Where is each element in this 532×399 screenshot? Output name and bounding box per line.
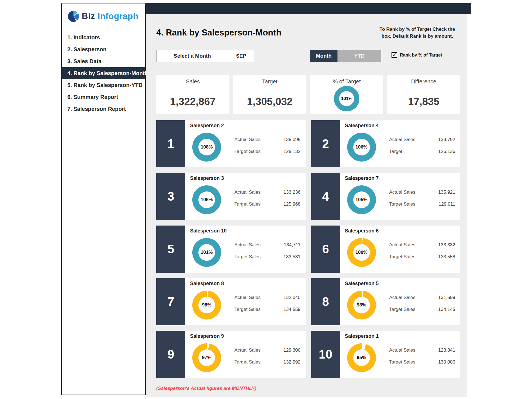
- toggle-month-button[interactable]: Month: [310, 50, 337, 62]
- target-sales-label: Target Sales: [389, 254, 416, 260]
- target-sales-row: Target Sales 134,559: [234, 303, 301, 315]
- actual-sales-value: 133,332: [438, 242, 455, 248]
- rank-card-3: 3 Salesperson 3 106% Actual Sales 133,23…: [156, 173, 306, 220]
- target-sales-label: Target Sales: [389, 307, 416, 312]
- actual-sales-label: Actual Sales: [389, 295, 416, 300]
- sidebar-item-sales-data[interactable]: 3. Sales Data: [62, 55, 145, 67]
- month-selector[interactable]: Select a Month SEP: [156, 50, 254, 62]
- target-sales-label: Target Sales: [234, 201, 261, 207]
- rank-card-body: Salesperson 8 98% Actual Sales 132,040 T…: [185, 278, 306, 325]
- donut-value-label: 101%: [201, 250, 213, 255]
- sidebar-item-indicators[interactable]: 1. Indicators: [62, 32, 145, 44]
- sidebar-item-salesperson-report[interactable]: 7. Salesperson Report: [62, 103, 145, 115]
- actual-sales-row: Actual Sales 123,841: [389, 344, 456, 356]
- rank-help-note-line1: To Rank by % of Target Check the: [376, 26, 459, 33]
- content-panel: 4. Rank by Salesperson-Month To Rank by …: [146, 14, 467, 397]
- actual-sales-row: Actual Sales 131,599: [389, 291, 456, 303]
- target-sales-row: Target Sales 125,132: [234, 145, 301, 157]
- actual-sales-value: 134,711: [284, 242, 300, 248]
- donut-value-label: 98%: [202, 302, 211, 308]
- rank-card-10: 10 Salesperson 1 95% Actual Sales 123,84…: [311, 331, 461, 378]
- target-sales-label: Target Sales: [389, 359, 416, 365]
- donut-value-label: 98%: [357, 302, 366, 308]
- pct-of-target-donut: 98%: [192, 291, 221, 319]
- pct-of-target-donut: 100%: [347, 238, 376, 267]
- pct-of-target-donut: 106%: [347, 133, 376, 162]
- target-sales-label: Target Sales: [234, 359, 261, 365]
- rank-card-7: 7 Salesperson 8 98% Actual Sales 132,040: [156, 278, 306, 325]
- salesperson-name: Salesperson 5: [345, 281, 379, 287]
- donut-value-label: 100%: [355, 250, 367, 255]
- target-sales-value: 126,136: [438, 149, 455, 154]
- rank-card-body: Salesperson 6 100% Actual Sales 133,332 …: [340, 226, 461, 273]
- salesperson-name: Salesperson 6: [345, 228, 379, 234]
- pct-of-target-donut: 95%: [347, 343, 376, 372]
- donut-value-label: 97%: [202, 355, 211, 360]
- actual-sales-row: Actual Sales 135,921: [389, 186, 456, 198]
- pct-of-target-donut: 106%: [192, 185, 221, 214]
- target-sales-label: Target Sales: [234, 149, 261, 154]
- main-area: 4. Rank by Salesperson-Month To Rank by …: [146, 3, 471, 397]
- donut-value-label: 108%: [201, 144, 213, 150]
- target-sales-row: Target 126,136: [389, 145, 456, 157]
- rank-number: 8: [311, 278, 340, 325]
- salesperson-name: Salesperson 4: [345, 123, 379, 129]
- actual-sales-row: Actual Sales 135,095: [234, 134, 301, 145]
- donut-value-label: 106%: [201, 197, 213, 203]
- target-sales-label: Target: [389, 149, 402, 154]
- donut-value-label: 95%: [357, 355, 366, 360]
- rank-card-8: 8 Salesperson 5 98% Actual Sales 131,599: [311, 278, 461, 325]
- rank-card-body: Salesperson 1 95% Actual Sales 123,841 T…: [340, 331, 461, 378]
- kpi-difference-value: 17,835: [408, 96, 439, 108]
- pct-of-target-donut: 98%: [347, 291, 376, 319]
- target-sales-value: 134,559: [283, 307, 300, 312]
- rank-card-grid: 1 Salesperson 2 108% Actual Sales 135,09…: [156, 120, 460, 378]
- target-sales-label: Target Sales: [389, 201, 416, 207]
- rank-number: 4: [311, 173, 340, 220]
- kpi-pct-of-target-value: 101%: [341, 96, 352, 101]
- rank-card-2: 2 Salesperson 4 106% Actual Sales 133,79…: [311, 120, 461, 167]
- target-sales-value: 133,558: [438, 254, 455, 260]
- toggle-ytd-button[interactable]: YTD: [337, 50, 381, 62]
- pct-of-target-donut: 101%: [192, 238, 221, 267]
- sidebar-item-summary-report[interactable]: 6. Summary Report: [62, 91, 145, 103]
- sidebar-item-rank-by-salesperson-ytd[interactable]: 5. Rank by Salesperson-YTD: [62, 79, 145, 91]
- actual-sales-label: Actual Sales: [234, 347, 261, 353]
- donut-value-label: 106%: [355, 144, 367, 150]
- sales-rows: Actual Sales 133,792 Target 126,136: [389, 134, 456, 157]
- sales-rows: Actual Sales 133,236 Target Sales 125,96…: [234, 186, 301, 210]
- actual-sales-label: Actual Sales: [234, 190, 261, 195]
- target-sales-row: Target Sales 129,011: [389, 198, 456, 210]
- sidebar: Biz Infograph 1. Indicators 2. Salespers…: [61, 3, 146, 395]
- sales-rows: Actual Sales 132,040 Target Sales 134,55…: [234, 291, 301, 315]
- target-sales-row: Target Sales 133,531: [234, 251, 301, 263]
- rank-card-body: Salesperson 3 106% Actual Sales 133,236 …: [185, 173, 306, 220]
- rank-by-pct-checkbox[interactable]: [392, 52, 397, 58]
- sidebar-item-rank-by-salesperson-month[interactable]: 4. Rank by Salesperson-Month: [62, 67, 145, 79]
- sidebar-item-salesperson[interactable]: 2. Salesperson: [62, 44, 145, 55]
- rank-by-pct-checkbox-label: Rank by % of Target: [400, 53, 442, 58]
- sales-rows: Actual Sales 129,300 Target Sales 132,99…: [234, 344, 301, 368]
- actual-sales-label: Actual Sales: [389, 190, 416, 195]
- rank-card-1: 1 Salesperson 2 108% Actual Sales 135,09…: [156, 120, 306, 167]
- month-selector-value[interactable]: SEP: [228, 50, 254, 62]
- rank-number: 10: [311, 331, 340, 378]
- rank-card-9: 9 Salesperson 9 97% Actual Sales 129,300: [156, 331, 306, 378]
- salesperson-name: Salesperson 8: [190, 281, 224, 287]
- salesperson-name: Salesperson 3: [190, 175, 224, 181]
- month-selector-label[interactable]: Select a Month: [157, 50, 228, 62]
- rank-number: 6: [311, 226, 340, 273]
- salesperson-name: Salesperson 2: [190, 123, 224, 129]
- actual-sales-row: Actual Sales 132,040: [234, 291, 301, 303]
- salesperson-name: Salesperson 1: [345, 333, 379, 339]
- kpi-pct-of-target-donut: 101%: [334, 86, 359, 111]
- brand-name-primary: Biz: [82, 11, 95, 21]
- rank-by-pct-checkbox-wrap[interactable]: Rank by % of Target: [392, 52, 442, 58]
- actual-sales-label: Actual Sales: [234, 295, 261, 300]
- brand-name-secondary: Infograph: [98, 11, 138, 21]
- actual-sales-label: Actual Sales: [389, 242, 416, 248]
- kpi-pct-of-target-label: % of Target: [333, 78, 361, 85]
- brand-logo: Biz Infograph: [62, 4, 145, 28]
- target-sales-value: 130,000: [438, 359, 455, 365]
- sidebar-nav: 1. Indicators 2. Salesperson 3. Sales Da…: [62, 28, 145, 115]
